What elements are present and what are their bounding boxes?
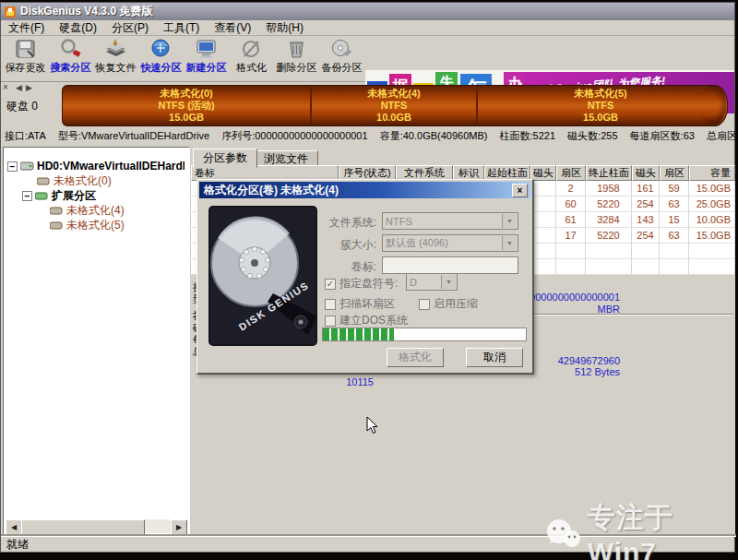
- tree-item-label: HD0:VMwareVirtualIDEHardD: [37, 160, 184, 173]
- save-changes-label: 保存更改: [6, 61, 46, 75]
- tree-item-unformatted-0[interactable]: 未格式化(0): [37, 173, 112, 188]
- menu-disk[interactable]: 硬盘(D): [52, 19, 104, 37]
- partition-size: 15.0GB: [169, 112, 204, 124]
- assign-drive-letter-label: 指定盘符号:: [339, 276, 398, 292]
- checkbox-checked-icon[interactable]: ✓: [325, 279, 336, 290]
- enable-compression-checkbox[interactable]: 启用压缩: [419, 296, 478, 312]
- disk-heads: 磁头数:255: [567, 130, 617, 141]
- disk-sectors-per-track: 每道扇区数:63: [630, 130, 695, 141]
- partition-icon: [50, 220, 64, 231]
- search-icon: [59, 38, 82, 60]
- col-start-sector[interactable]: 扇区: [556, 165, 586, 181]
- disk-capacity: 容量:40.0GB(40960MB): [380, 130, 488, 141]
- col-end-sector[interactable]: 扇区: [660, 165, 689, 181]
- drive-letter-value: D: [410, 277, 417, 288]
- format-button[interactable]: 格式化: [387, 348, 444, 367]
- scan-bad-sectors-label: 扫描坏扇区: [339, 296, 395, 312]
- create-dos-system-label: 建立DOS系统: [339, 313, 408, 328]
- tree-item-disk0[interactable]: − HD0:VMwareVirtualIDEHardD: [7, 159, 184, 173]
- recover-files-label: 恢复文件: [96, 61, 137, 75]
- scrollbar-thumb[interactable]: [21, 519, 145, 535]
- checkbox-unchecked-icon[interactable]: [325, 316, 336, 327]
- col-capacity[interactable]: 容量: [689, 165, 735, 181]
- disk-bar-side: × ◀▶ 硬盘 0: [1, 82, 60, 126]
- progress-fill: [323, 328, 394, 340]
- tree-horizontal-scrollbar[interactable]: ◀ ▶: [6, 519, 187, 533]
- menu-bar: 文件(F) 硬盘(D) 分区(P) 工具(T) 查看(V) 帮助(H): [1, 20, 734, 36]
- format-button-toolbar[interactable]: 格式化: [229, 38, 274, 79]
- cluster-size-combo[interactable]: 默认值 (4096) ▼: [382, 234, 518, 252]
- hard-disk-icon: [20, 161, 34, 172]
- menu-file[interactable]: 文件(F): [1, 19, 52, 37]
- disk-nav-arrows-icon[interactable]: ◀▶: [16, 83, 36, 92]
- backup-disc-icon: [330, 38, 353, 60]
- delete-partition-label: 删除分区: [277, 61, 317, 75]
- cylinder-cap: [700, 85, 726, 125]
- tree-item-unformatted-4[interactable]: 未格式化(4): [50, 203, 125, 218]
- col-start-head[interactable]: 磁头: [530, 165, 556, 181]
- partition-name: 未格式化(4): [367, 88, 420, 100]
- cluster-size-value: 默认值 (4096): [386, 236, 448, 250]
- chevron-down-icon[interactable]: ▼: [441, 275, 456, 289]
- scan-bad-sectors-checkbox[interactable]: 扫描坏扇区: [325, 296, 395, 312]
- chevron-down-icon[interactable]: ▼: [502, 214, 517, 228]
- backup-partition-label: 备份分区: [322, 61, 363, 75]
- tree-item-extended[interactable]: − 扩展分区: [22, 188, 96, 203]
- delete-partition-button[interactable]: 删除分区: [274, 38, 319, 79]
- disk-serial: 序列号:00000000000000000001: [221, 130, 367, 141]
- tab-label: 分区参数: [203, 150, 247, 166]
- partition-segment-1[interactable]: 未格式化(4) NTFS 10.0GB: [310, 86, 476, 125]
- quick-partition-button[interactable]: 快速分区: [138, 38, 184, 79]
- partition-name: 未格式化(0): [160, 88, 212, 100]
- search-partition-label: 搜索分区: [51, 61, 91, 75]
- app-icon: [4, 6, 17, 18]
- dialog-title-bar[interactable]: 格式化分区(卷) 未格式化(4) ×: [199, 182, 530, 198]
- drive-letter-combo[interactable]: D ▼: [406, 273, 458, 291]
- recover-files-button[interactable]: 恢复文件: [93, 38, 138, 79]
- disk-model: 型号:VMwareVirtualIDEHardDrive: [58, 130, 209, 141]
- collapse-icon[interactable]: −: [7, 161, 18, 172]
- enable-compression-label: 启用压缩: [434, 296, 478, 312]
- chevron-down-icon[interactable]: ▼: [502, 236, 517, 250]
- close-icon[interactable]: ×: [512, 184, 528, 197]
- new-partition-label: 新建分区: [186, 61, 227, 75]
- menu-partition[interactable]: 分区(P): [104, 19, 156, 37]
- menu-view[interactable]: 查看(V): [207, 19, 258, 37]
- checkbox-unchecked-icon[interactable]: [325, 299, 336, 310]
- collapse-icon[interactable]: −: [22, 191, 32, 201]
- partition-segment-2[interactable]: 未格式化(5) NTFS 15.0GB: [476, 86, 723, 125]
- hard-drive-photo: DISK GENIUS: [208, 206, 317, 346]
- new-partition-button[interactable]: 新建分区: [184, 38, 229, 79]
- checkbox-unchecked-icon[interactable]: [419, 299, 430, 310]
- save-changes-button[interactable]: 保存更改: [3, 38, 48, 79]
- tree-item-label: 未格式化(5): [66, 218, 125, 233]
- disk-label: 硬盘 0: [6, 99, 38, 114]
- filesystem-combo[interactable]: NTFS ▼: [382, 212, 518, 230]
- volume-label-label: 卷标:: [317, 259, 376, 275]
- filesystem-value: NTFS: [386, 216, 412, 227]
- scroll-left-icon[interactable]: ◀: [6, 519, 22, 535]
- disk-cylinders: 柱面数:5221: [500, 130, 556, 141]
- menu-tools[interactable]: 工具(T): [156, 19, 207, 37]
- scroll-right-icon[interactable]: ▶: [171, 519, 187, 535]
- col-end-head[interactable]: 磁头: [632, 165, 660, 181]
- assign-drive-letter-checkbox[interactable]: ✓ 指定盘符号:: [325, 276, 398, 292]
- partition-name: 未格式化(5): [574, 88, 626, 100]
- format-dialog: 格式化分区(卷) 未格式化(4) × DISK GENIUS 文件系统: NTF…: [196, 179, 534, 375]
- volume-label-input[interactable]: [382, 256, 518, 274]
- backup-partition-button[interactable]: 备份分区: [319, 38, 364, 79]
- tree-item-unformatted-5[interactable]: 未格式化(5): [50, 218, 125, 232]
- format-progress-bar: [322, 328, 527, 341]
- create-dos-system-checkbox[interactable]: 建立DOS系统: [325, 313, 408, 328]
- partition-segment-0[interactable]: 未格式化(0) NTFS (活动) 15.0GB: [63, 86, 310, 125]
- search-partition-button[interactable]: 搜索分区: [48, 38, 93, 79]
- cancel-button[interactable]: 取消: [466, 348, 523, 367]
- tab-strip: 分区参数 浏览文件: [191, 149, 735, 165]
- tab-partition-params[interactable]: 分区参数: [193, 149, 257, 168]
- trash-icon: [285, 38, 308, 60]
- menu-help[interactable]: 帮助(H): [258, 19, 311, 37]
- col-end-cylinder[interactable]: 终止柱面: [586, 165, 632, 181]
- close-panel-icon[interactable]: ×: [3, 82, 8, 92]
- new-partition-icon: [195, 38, 218, 60]
- wechat-watermark: 专注于Win7: [543, 499, 734, 560]
